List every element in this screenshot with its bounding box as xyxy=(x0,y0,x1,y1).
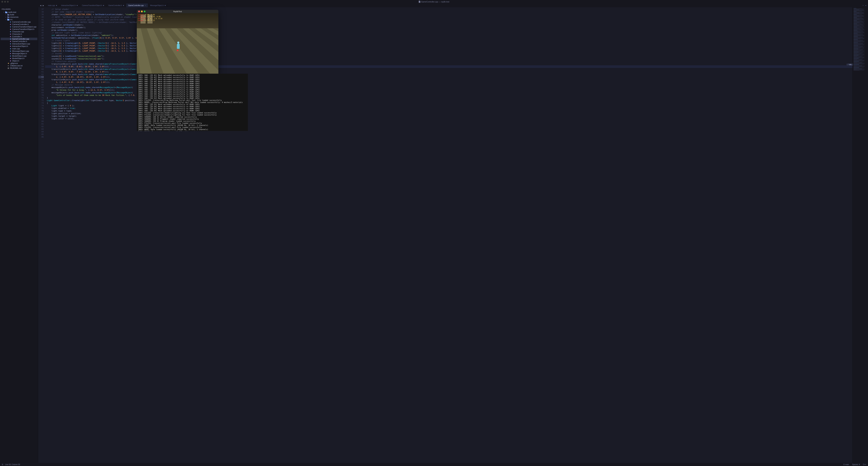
dirty-indicator[interactable] xyxy=(165,5,166,6)
tree-item-messageobject-h[interactable]: ◆MessageObject.h xyxy=(1,52,37,55)
game-window-title: Raylib/Test xyxy=(174,10,182,12)
tab-interactiveobject-h[interactable]: InteractiveObject.h xyxy=(59,3,80,7)
tree-item-object-h[interactable]: ◆Object.h xyxy=(1,60,37,62)
file-icon: ◆ xyxy=(9,26,11,28)
file-tree[interactable]: ▾raylib-test▸build▸resources▾src◆CameraC… xyxy=(0,11,38,69)
file-icon: ◆ xyxy=(9,45,11,47)
tree-item-label: CameraTransitionObject.h xyxy=(12,28,34,30)
tab-main-cpp[interactable]: main.cpp xyxy=(46,3,59,7)
file-icon xyxy=(7,19,9,21)
tab-overflow-icon[interactable]: ▾ xyxy=(865,4,866,6)
sidebar[interactable]: FOLDERS ▾raylib-test▸build▸resources▾src… xyxy=(0,7,38,463)
terminal-line: INFO: VAO: [ID 42] Mesh uploaded success… xyxy=(138,77,247,79)
close-icon[interactable] xyxy=(1,1,3,3)
tab-label: GameController.cpp xyxy=(128,4,144,6)
tab-gamecontroller-h[interactable]: GameController.h xyxy=(106,3,126,7)
terminal-line: INFO: SHADER: [ID 5] Fragment shader com… xyxy=(138,118,247,120)
terminal-line: INFO: SHADER: [ID 4] Vertex shader compi… xyxy=(138,116,247,118)
tab-cameratransitionobject-h[interactable]: CameraTransitionObject.h xyxy=(80,3,106,7)
tree-item-gamecontroller-cpp[interactable]: ◆GameController.cpp xyxy=(1,38,37,40)
tree-item-readme-md[interactable]: ▤README.md xyxy=(1,67,37,69)
tree-item-interactiveobject-cpp[interactable]: ◆InteractiveObject.cpp xyxy=(1,42,37,45)
branch-icon xyxy=(843,464,845,465)
tree-item-label: main.cpp xyxy=(12,48,20,50)
tree-item-cameracontroller-cpp[interactable]: ◆CameraController.cpp xyxy=(1,21,37,23)
terminal-line: INFO: VAO: [ID 41] Mesh uploaded success… xyxy=(138,74,247,77)
minimap[interactable] xyxy=(852,7,868,463)
tree-item-main-cpp[interactable]: ◆main.cpp xyxy=(1,48,37,50)
close-icon[interactable] xyxy=(138,10,140,12)
game-traffic-lights[interactable] xyxy=(138,10,146,12)
terminal-line: INFO: VAO: [ID 50] Mesh uploaded success… xyxy=(138,93,247,95)
terminal-line: INFO: VAO: [ID 43] Mesh uploaded success… xyxy=(138,79,247,81)
dirty-indicator[interactable] xyxy=(123,5,124,6)
tree-item-resources[interactable]: ▸resources xyxy=(1,16,37,18)
dirty-indicator[interactable] xyxy=(77,5,78,6)
minimize-icon[interactable] xyxy=(141,10,143,12)
close-icon[interactable]: × xyxy=(145,4,146,6)
terminal-line: INFO: VAO: [ID 52] Mesh uploaded success… xyxy=(138,97,247,99)
language-mode[interactable]: C++ xyxy=(863,464,866,465)
terminal-line: INFO: VAO: [ID 48] Mesh uploaded success… xyxy=(138,89,247,91)
tree-item-cameratransitionobject-h[interactable]: ◆CameraTransitionObject.h xyxy=(1,28,37,30)
tree-item-character-h[interactable]: ◆Character.h xyxy=(1,33,37,35)
game-titlebar[interactable]: Raylib/Test xyxy=(137,10,218,13)
tree-item-src[interactable]: ▾src xyxy=(1,18,37,21)
nav-arrows[interactable]: ◀ ▶ xyxy=(38,3,46,7)
tree-item-cameratransitionobject-cpp[interactable]: ◆CameraTransitionObject.cpp xyxy=(1,26,37,28)
file-icon: ◆ xyxy=(9,48,11,50)
terminal-shortcut-badge: ⌃⌘2 xyxy=(846,64,853,66)
tree-item-modelobject-h[interactable]: ◆ModelObject.h xyxy=(1,57,37,60)
minimize-icon[interactable] xyxy=(4,1,6,3)
terminal-line: INFO: FILEIO: [resources/shaders/lightin… xyxy=(138,114,247,116)
tree-item-label: src xyxy=(10,19,13,21)
tree-item-label: Character.cpp xyxy=(12,31,24,33)
terminal-line: INFO: VAO: [ID 51] Mesh uploaded success… xyxy=(138,95,247,97)
tab-gamecontroller-cpp[interactable]: GameController.cpp× xyxy=(126,3,148,7)
file-icon: ◆ xyxy=(9,31,11,33)
sidebar-heading: FOLDERS xyxy=(0,7,38,11)
tab-label: InteractiveObject.h xyxy=(61,4,76,6)
tree-item-raylib-test[interactable]: ▾raylib-test xyxy=(1,11,37,13)
file-icon: ◆ xyxy=(9,28,11,30)
tree-item-controller-h[interactable]: ◆Controller.h xyxy=(1,35,37,38)
tree-item-build[interactable]: ▸build xyxy=(1,13,37,16)
git-branch[interactable]: main xyxy=(843,464,849,465)
tree-item-modelobject-cpp[interactable]: ◆ModelObject.cpp xyxy=(1,55,37,57)
terminal-line: INFO: VAO: [ID 49] Mesh uploaded success… xyxy=(138,91,247,93)
cursor-position[interactable]: Line 63, Column 55 xyxy=(5,464,20,465)
terminal-line: INFO: WAVE: Data loaded successfully (44… xyxy=(138,124,247,126)
terminal-panel[interactable]: INFO: VAO: [ID 41] Mesh uploaded success… xyxy=(137,74,248,131)
tree-item-label: CameraController.cpp xyxy=(12,21,31,23)
dirty-indicator[interactable] xyxy=(103,5,104,6)
indent-setting[interactable]: Spaces: 4 xyxy=(852,464,860,465)
new-tab-icon[interactable]: ＋ xyxy=(862,4,864,7)
forward-icon[interactable]: ▶ xyxy=(43,4,44,6)
file-icon xyxy=(5,11,7,13)
back-icon[interactable]: ◀ xyxy=(40,4,41,6)
tree-item-cmakelists-txt[interactable]: ▸CMakeLists.txt xyxy=(1,64,37,67)
tab-bar: ◀ ▶ main.cppInteractiveObject.hCameraTra… xyxy=(0,3,868,7)
terminal-line: INFO: TIMER: Target time per frame: 16.6… xyxy=(138,130,247,131)
tree-item-character-cpp[interactable]: ◆Character.cpp xyxy=(1,30,37,33)
tree-item-label: build xyxy=(10,13,14,16)
traffic-lights[interactable] xyxy=(1,1,9,3)
tree-item-messageobject-cpp[interactable]: ◆MessageObject.cpp xyxy=(1,50,37,52)
file-icon: ▸ xyxy=(7,65,9,67)
tree-item-label: Character.h xyxy=(12,33,22,35)
game-viewport[interactable]: Camera: 0.00, 5.00Target: 1.00, 0.00, 0.… xyxy=(137,13,218,74)
tree-item-gamecontroller-h[interactable]: ◆GameController.h xyxy=(1,40,37,42)
terminal-line: INFO: MODEL: [resources/Prop_Bathroom_To… xyxy=(138,101,247,104)
zoom-icon[interactable] xyxy=(7,1,9,3)
tree-item-label: GameController.h xyxy=(12,40,27,42)
tab-messageobject-h[interactable]: MessageObject.h xyxy=(148,3,168,7)
game-window[interactable]: Raylib/Test Camera: 0.00, 5.00Target: 1.… xyxy=(137,10,218,74)
dirty-indicator[interactable] xyxy=(56,5,57,6)
status-bar: ☰ Line 63, Column 55 main Spaces: 4 C++ xyxy=(0,463,868,466)
menu-icon[interactable]: ☰ xyxy=(2,464,3,465)
zoom-icon[interactable] xyxy=(144,10,146,12)
tree-item-interactiveobject-h[interactable]: ◆InteractiveObject.h xyxy=(1,45,37,48)
tree-item-cameracontroller-h[interactable]: ◆CameraController.h xyxy=(1,23,37,26)
tree-item--gitignore[interactable]: ◆.gitignore xyxy=(1,62,37,64)
terminal-line: INFO: VAO: [ID 55] Mesh uploaded success… xyxy=(138,108,247,110)
